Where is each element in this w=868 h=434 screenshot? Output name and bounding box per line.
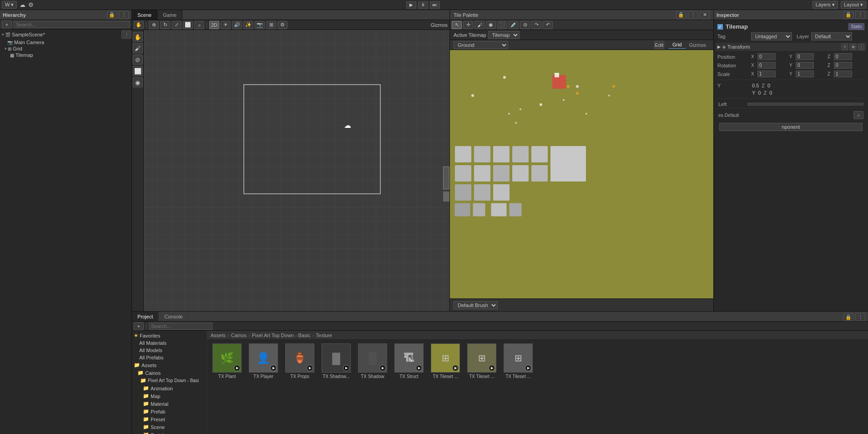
hier-item-main-camera[interactable]: 📷 Main Camera (0, 39, 131, 45)
2d-btn[interactable]: 2D (209, 21, 219, 29)
asset-tx-tileset1[interactable]: ⊞ ▶ TX Tileset ... (429, 343, 462, 379)
file-preset[interactable]: 📁 Preset (132, 415, 207, 423)
transform-menu-btn[interactable]: ⋮ (858, 44, 864, 50)
hand-tool-btn[interactable]: ✋ (134, 21, 144, 29)
rot-z-input[interactable] (834, 62, 852, 69)
asset-tx-shadow2-play[interactable]: ▶ (379, 365, 386, 371)
tile-palette-menu-btn[interactable]: ⋮ (688, 11, 698, 19)
tile-edit-btn[interactable]: Edit (654, 41, 664, 49)
fill-tool[interactable]: ◉ (133, 77, 143, 87)
asset-tx-props[interactable]: 🏺 ▶ TX Props (283, 343, 316, 379)
pos-y-input[interactable] (796, 53, 814, 60)
eraser-tool[interactable]: ⊘ (133, 55, 143, 65)
asset-tx-tileset3[interactable]: ⊞ ▶ TX Tileset ... (502, 343, 535, 379)
hierarchy-add-btn[interactable]: + (2, 20, 12, 29)
lighting-btn[interactable]: ☀ (221, 21, 231, 29)
asset-tx-tileset2[interactable]: ⊞ ▶ TX Tileset ... (465, 343, 498, 379)
file-favorites[interactable]: ★ Favorites (132, 332, 207, 339)
tile-picker-tool[interactable]: 💉 (509, 21, 519, 29)
file-pixel-art[interactable]: 📁 Pixel Art Top Down - Basi (132, 377, 207, 384)
inspector-menu-btn[interactable]: ⋮ (855, 11, 865, 19)
asset-tx-plant-play[interactable]: ▶ (234, 365, 240, 371)
file-all-materials[interactable]: All Materials (132, 339, 207, 347)
scroll-indicator[interactable] (443, 167, 449, 189)
settings-btn[interactable]: ⚙ (28, 1, 34, 8)
pause-btn[interactable]: ⏸ (418, 1, 428, 9)
hier-opts-samplescene[interactable]: ⋮ (121, 30, 131, 39)
asset-tx-player-play[interactable]: ▶ (270, 365, 277, 371)
scene-view-canvas[interactable]: ☁ (144, 30, 449, 311)
file-scene[interactable]: 📁 Scene (132, 423, 207, 431)
tile-rotate-ccw[interactable]: ↶ (543, 21, 553, 29)
rot-x-input[interactable] (757, 62, 776, 69)
pos-z-input[interactable] (834, 53, 852, 60)
rotate-tool-btn[interactable]: ↻ (160, 21, 170, 29)
file-all-prefabs[interactable]: All Prefabs (132, 354, 207, 361)
audio-btn[interactable]: 🔊 (232, 21, 242, 29)
hierarchy-lock-btn[interactable]: 🔒 (107, 11, 117, 19)
transform-help-btn[interactable]: ? (842, 44, 848, 50)
tag-select[interactable]: Untagged (751, 32, 792, 40)
file-material[interactable]: 📁 Material (132, 400, 207, 408)
tilemap-enabled-checkbox[interactable]: ✓ (717, 24, 723, 30)
hier-item-tilemap[interactable]: ▦ Tilemap (0, 52, 131, 58)
file-animation[interactable]: 📁 Animation (132, 384, 207, 392)
scene-camera-btn[interactable]: 📷 (255, 21, 265, 29)
scale-tool-btn[interactable]: ⤢ (172, 21, 182, 29)
tile-select-tool[interactable]: ↖ (452, 21, 462, 29)
file-assets[interactable]: 📁 Assets (132, 361, 207, 369)
asset-tx-struct-play[interactable]: ▶ (416, 365, 422, 371)
select-tool[interactable]: ⬜ (133, 66, 143, 76)
tile-rect-fill-tool[interactable]: ⬛ (497, 21, 507, 29)
hierarchy-search-input[interactable] (14, 21, 130, 28)
tile-eraser-tool[interactable]: ⊘ (520, 21, 530, 29)
file-script[interactable]: 📁 Script (132, 431, 207, 434)
tile-palette-close-btn[interactable]: ✕ (700, 11, 710, 19)
transform-settings-btn[interactable]: ⚙ (850, 44, 856, 50)
scene-tab[interactable]: Scene (132, 10, 157, 20)
asset-tx-struct[interactable]: 🏗 ▶ TX Struct (393, 343, 425, 379)
inspector-lock-btn[interactable]: 🔒 (843, 11, 853, 19)
tile-brush-tool[interactable]: 🖌 (474, 21, 484, 29)
mat-obj-btn[interactable]: ○ (853, 111, 863, 119)
tile-move-tool[interactable]: ✛ (463, 21, 473, 29)
tile-gizmos-tab[interactable]: Gizmos (686, 41, 710, 49)
transform-tool-btn[interactable]: ⟐ (194, 21, 204, 29)
hier-item-grid[interactable]: ▾ ⊞ Grid (0, 45, 131, 52)
bottom-lock-btn[interactable]: 🔒 (843, 313, 853, 321)
file-all-models[interactable]: All Models (132, 347, 207, 354)
file-prefab[interactable]: 📁 Prefab (132, 408, 207, 415)
asset-tx-shadow2[interactable]: ▒ ▶ TX Shadow (356, 343, 389, 379)
asset-search-input[interactable] (149, 323, 212, 330)
scale-z-input[interactable] (834, 71, 852, 77)
add-asset-btn[interactable]: + (134, 322, 144, 330)
tile-palette-lock-btn[interactable]: 🔒 (676, 11, 686, 19)
add-component-btn[interactable]: nponent (719, 123, 863, 131)
gizmos-btn[interactable]: ⚙ (278, 21, 288, 29)
palette-select[interactable]: Ground (454, 41, 508, 49)
tile-fill-tool[interactable]: ◉ (486, 21, 496, 29)
tile-rotate-cw[interactable]: ↷ (531, 21, 541, 29)
pos-x-input[interactable] (757, 53, 776, 60)
brush-select[interactable]: Default Brush (454, 301, 498, 309)
asset-tx-shadow1-play[interactable]: ▶ (343, 365, 349, 371)
brush-tool[interactable]: 🖌 (133, 43, 143, 53)
asset-tx-player[interactable]: 👤 ▶ TX Player (247, 343, 280, 379)
transform-header[interactable]: ▶ ⟐ Transform ? ⚙ ⋮ (716, 43, 866, 51)
cloud-btn[interactable]: ☁ (20, 1, 25, 8)
step-btn[interactable]: ⏭ (430, 1, 440, 9)
scale-x-input[interactable] (757, 71, 776, 77)
file-cainos[interactable]: 📁 Cainos (132, 369, 207, 377)
rot-y-input[interactable] (796, 62, 814, 69)
scale-y-input[interactable] (796, 71, 814, 77)
layers-dropdown-btn[interactable]: Layers ▾ (812, 1, 838, 9)
play-btn[interactable]: ▶ (406, 1, 416, 9)
asset-tx-shadow1[interactable]: ▓ ▶ TX Shadow... (320, 343, 353, 379)
asset-tx-tileset1-play[interactable]: ▶ (452, 365, 459, 371)
fx-btn[interactable]: ✨ (243, 21, 253, 29)
asset-tx-props-play[interactable]: ▶ (307, 365, 313, 371)
layer-select[interactable]: Default (811, 32, 852, 40)
tile-grid-tab[interactable]: Grid (669, 41, 686, 49)
static-badge[interactable]: Static (848, 23, 864, 30)
asset-tx-tileset2-play[interactable]: ▶ (489, 365, 495, 371)
